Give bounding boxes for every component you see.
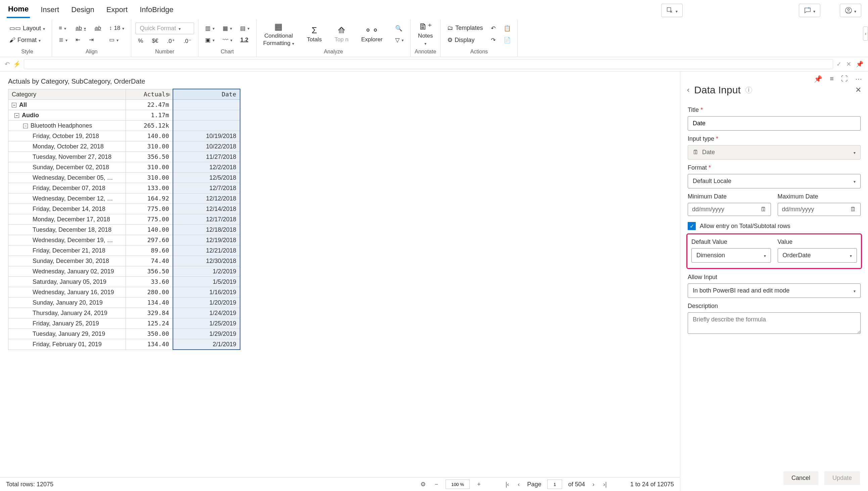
cell[interactable]: 310.00 xyxy=(126,173,173,183)
cell[interactable]: 1/29/2019 xyxy=(173,329,240,339)
cell[interactable]: Tuesday, November 27, 2018 xyxy=(8,152,126,162)
cell[interactable]: 310.00 xyxy=(126,162,173,173)
cell[interactable]: 140.00 xyxy=(126,225,173,235)
cell[interactable]: Friday, January 25, 2019 xyxy=(8,318,126,329)
first-page-button[interactable]: |‹ xyxy=(504,481,510,488)
cell[interactable]: 10/22/2018 xyxy=(173,141,240,152)
title-field[interactable] xyxy=(688,116,861,131)
allow-total-checkbox[interactable]: ✓ xyxy=(688,222,696,230)
cell[interactable]: Sunday, December 02, 2018 xyxy=(8,162,126,173)
cell[interactable]: Wednesday, January 16, 2019 xyxy=(8,287,126,297)
topn-button[interactable]: ⟰Top n xyxy=(332,25,351,44)
prev-page-button[interactable]: ‹ xyxy=(516,481,521,488)
cell[interactable] xyxy=(173,110,240,121)
cell[interactable]: 164.92 xyxy=(126,194,173,204)
cell[interactable]: 134.40 xyxy=(126,339,173,350)
cell[interactable]: Wednesday, December 12, … xyxy=(8,194,126,204)
notes-button[interactable]: 🗎⁺Notes xyxy=(415,21,436,47)
max-date-input[interactable]: dd/mm/yyyy🗓 xyxy=(778,203,861,216)
next-page-button[interactable]: › xyxy=(591,481,596,488)
cell[interactable]: 310.00 xyxy=(126,141,173,152)
table-row[interactable]: Friday, December 14, 2018775.0012/14/201… xyxy=(8,204,240,214)
cell[interactable]: Wednesday, January 02, 2019 xyxy=(8,266,126,277)
table-row[interactable]: −All22.47m xyxy=(8,100,240,110)
cell[interactable]: 1/16/2019 xyxy=(173,287,240,297)
lightning-icon[interactable]: ⚡ xyxy=(13,60,21,68)
pin-panel-icon[interactable]: 📌 xyxy=(814,75,822,83)
explorer-button[interactable]: ⚬⚬Explorer xyxy=(359,25,385,44)
table-row[interactable]: Saturday, January 05, 201933.601/5/2019 xyxy=(8,277,240,287)
align-h-button[interactable]: ≡ xyxy=(56,24,70,33)
cell[interactable]: Monday, October 22, 2018 xyxy=(8,141,126,152)
cell[interactable]: 33.60 xyxy=(126,277,173,287)
search-button[interactable]: 🔍 xyxy=(392,24,406,33)
orientation-button[interactable]: ab xyxy=(92,24,104,33)
waterfall-button[interactable]: ▤ xyxy=(237,24,252,33)
popout-icon[interactable]: ⛶ xyxy=(841,75,848,83)
table-row[interactable]: Sunday, December 02, 2018310.0012/2/2018 xyxy=(8,162,240,173)
cell[interactable]: 12/17/2018 xyxy=(173,214,240,225)
sparkline-button[interactable]: 1.2 xyxy=(238,35,251,45)
cell[interactable]: Saturday, January 05, 2019 xyxy=(8,277,126,287)
ribbon-scroll-right[interactable]: › xyxy=(863,27,868,41)
paste-button[interactable]: 📄 xyxy=(501,35,513,45)
currency-button[interactable]: $€ xyxy=(149,36,161,46)
cell[interactable]: 134.40 xyxy=(126,297,173,308)
expander-icon[interactable]: − xyxy=(14,113,19,118)
cell[interactable]: Friday, October 19, 2018 xyxy=(8,131,126,141)
cell[interactable]: 329.84 xyxy=(126,308,173,318)
wrap-text-button[interactable]: ab xyxy=(73,24,89,33)
cell[interactable]: 1.17m xyxy=(126,110,173,121)
format-button[interactable]: 🖌Format xyxy=(7,35,48,45)
cell[interactable]: Monday, December 17, 2018 xyxy=(8,214,126,225)
cell[interactable]: 2/1/2019 xyxy=(173,339,240,350)
cell[interactable]: Friday, February 01, 2019 xyxy=(8,339,126,350)
cell[interactable]: 775.00 xyxy=(126,204,173,214)
display-button[interactable]: ⚙Display xyxy=(445,35,485,45)
cell[interactable]: 12/19/2018 xyxy=(173,235,240,246)
cell[interactable]: Wednesday, December 05, … xyxy=(8,173,126,183)
cell[interactable]: Sunday, January 20, 2019 xyxy=(8,297,126,308)
cell[interactable]: 133.00 xyxy=(126,183,173,194)
description-textarea[interactable] xyxy=(688,312,861,334)
filter-button[interactable]: ▽ xyxy=(392,35,406,45)
min-date-input[interactable]: dd/mm/yyyy🗓 xyxy=(688,203,771,216)
close-panel-button[interactable]: ✕ xyxy=(855,86,861,94)
column-chart-button[interactable]: ▣ xyxy=(203,35,217,45)
confirm-icon[interactable]: ✓ xyxy=(836,60,841,68)
table-row[interactable]: Friday, December 07, 2018133.0012/7/2018 xyxy=(8,183,240,194)
table-row[interactable]: Friday, December 21, 201889.6012/21/2018 xyxy=(8,246,240,256)
cell[interactable]: 12/21/2018 xyxy=(173,246,240,256)
table-row[interactable]: Tuesday, December 18, 2018140.0012/18/20… xyxy=(8,225,240,235)
cell[interactable]: 89.60 xyxy=(126,246,173,256)
cell[interactable]: Thursday, January 24, 2019 xyxy=(8,308,126,318)
undo-small-icon[interactable]: ↶ xyxy=(5,60,10,68)
format-select[interactable]: Default Locale xyxy=(688,174,861,189)
table-row[interactable]: Monday, December 17, 2018775.0012/17/201… xyxy=(8,214,240,225)
col-header-category[interactable]: Category xyxy=(8,89,126,100)
cell[interactable]: 125.24 xyxy=(126,318,173,329)
tab-insert[interactable]: Insert xyxy=(39,3,60,18)
table-row[interactable]: Monday, October 22, 2018310.0010/22/2018 xyxy=(8,141,240,152)
cell[interactable]: Friday, December 14, 2018 xyxy=(8,204,126,214)
row-height-button[interactable]: ↕ 18 xyxy=(107,24,127,33)
cell[interactable]: 297.60 xyxy=(126,235,173,246)
table-row[interactable]: Thursday, January 24, 2019329.841/24/201… xyxy=(8,308,240,318)
table-row[interactable]: Wednesday, January 02, 2019356.501/2/201… xyxy=(8,266,240,277)
cell[interactable]: 12/7/2018 xyxy=(173,183,240,194)
bar-chart-button[interactable]: ▥ xyxy=(203,24,217,33)
cell[interactable]: 1/24/2019 xyxy=(173,308,240,318)
copy-button[interactable]: 📋 xyxy=(501,24,513,33)
cell[interactable]: 350.00 xyxy=(126,329,173,339)
cell[interactable]: 265.12k xyxy=(126,121,173,131)
cell[interactable]: 1/5/2019 xyxy=(173,277,240,287)
cell[interactable]: Tuesday, December 18, 2018 xyxy=(8,225,126,235)
cell[interactable]: 775.00 xyxy=(126,214,173,225)
tab-export[interactable]: Export xyxy=(105,3,129,18)
cell[interactable] xyxy=(173,121,240,131)
default-value-select[interactable]: Dimension xyxy=(691,248,771,263)
page-input[interactable] xyxy=(547,480,562,489)
zoom-in-button[interactable]: + xyxy=(476,481,482,488)
templates-button[interactable]: 🗂Templates xyxy=(445,23,485,33)
cell[interactable]: Friday, December 07, 2018 xyxy=(8,183,126,194)
